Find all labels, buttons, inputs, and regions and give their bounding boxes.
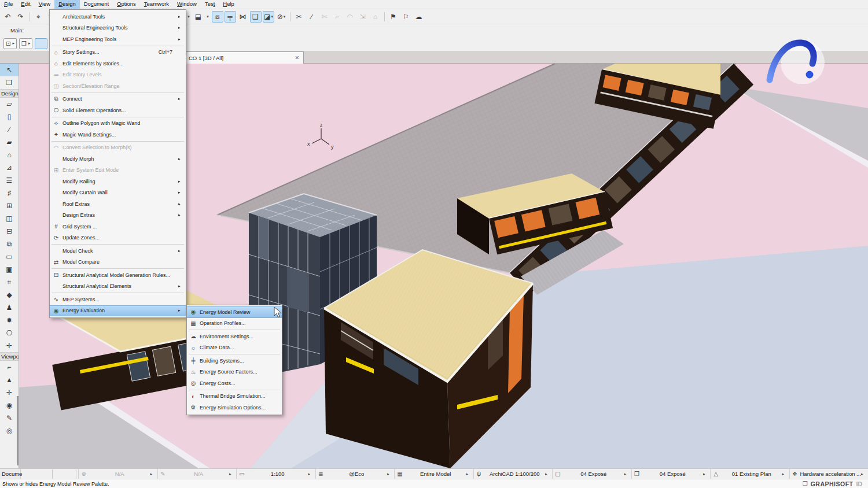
menu-item-structural-analytical-elements[interactable]: Structural Analytical Elements ▸ [50, 281, 186, 293]
opening-tool[interactable]: ▭ [0, 250, 19, 263]
door-tool[interactable]: ◫ [0, 212, 19, 225]
menu-item-solid-element-operations[interactable]: ⎔ Solid Element Operations... [50, 105, 186, 116]
submenu-item-operation-profiles[interactable]: ▦ Operation Profiles... [187, 318, 282, 330]
window-tool[interactable]: ⊟ [0, 225, 19, 238]
scale-combo[interactable]: ▭ 1:100 ▸ [236, 469, 315, 479]
marquee-tool[interactable]: ❒ [0, 76, 19, 89]
menu-design[interactable]: Design [54, 0, 80, 9]
wall-tool[interactable]: ▱ [0, 98, 19, 110]
graphisoft-id-badge[interactable]: ❐ GRAPHISOFT ID [803, 480, 868, 487]
dropdown-arrow-icon[interactable]: ▾ [205, 11, 211, 23]
menu-view[interactable]: View [35, 0, 54, 9]
menu-item-model-compare[interactable]: ⇄ Model Compare [50, 257, 186, 268]
submenu-item-thermal-bridge-simulation[interactable]: ◐ Thermal Bridge Simulation... [187, 391, 282, 402]
shell-tool[interactable]: ⊿ [0, 161, 19, 174]
menu-item-edit-story-levels[interactable]: ≔ Edit Story Levels [50, 69, 186, 81]
menu-item-section-elevation-range[interactable]: ◫ Section/Elevation Range [50, 80, 186, 92]
slab-tool[interactable]: ▰ [0, 136, 19, 149]
tool-dropdown-1[interactable]: ⊡▸ [3, 38, 17, 49]
dropdown-arrow-icon[interactable]: ▾ [186, 11, 192, 23]
stretch-icon[interactable]: ⌂ [370, 11, 381, 23]
menu-item-enter-system-edit-mode[interactable]: ⊞ Enter System Edit Mode [50, 165, 186, 176]
palette-scrollbar[interactable] [17, 396, 19, 465]
menu-item-structural-engineering-tools[interactable]: Structural Engineering Tools ▸ [50, 23, 186, 34]
menu-item-mep-systems[interactable]: ∿ MEP Systems... [50, 294, 186, 305]
menu-item-modify-curtain-wall[interactable]: Modify Curtain Wall ▸ [50, 187, 186, 199]
worksheet-tool[interactable]: ✎ [0, 412, 19, 424]
find-select-icon[interactable]: ⌖ [33, 11, 45, 23]
morph-tool[interactable]: ◆ [0, 289, 19, 301]
layer-combination-combo[interactable]: ≣ @Eco ▸ [315, 469, 395, 479]
menu-document[interactable]: Document [80, 0, 113, 9]
mesh-tool[interactable]: ⌗ [0, 276, 19, 289]
column-tool[interactable]: ▯ [0, 110, 19, 123]
menu-item-edit-elements-by-stories[interactable]: ⌂ Edit Elements by Stories... [50, 58, 186, 69]
menu-window[interactable]: Window [173, 0, 201, 9]
railing-tool[interactable]: ♯ [0, 187, 19, 199]
model-view-options-combo[interactable]: ▢ 04 Exposé ▸ [552, 469, 631, 479]
menu-item-modify-morph[interactable]: Modify Morph ▸ [50, 153, 186, 165]
menu-help[interactable]: Help [219, 0, 238, 9]
tool-dropdown-2[interactable]: ❒▸ [19, 38, 32, 49]
submenu-item-building-systems[interactable]: ╪ Building Systems... [187, 355, 282, 367]
filter-elements-icon[interactable]: ⊘▾ [275, 11, 287, 23]
3d-cutaway-icon[interactable]: ◪▾ [263, 11, 274, 23]
menu-test[interactable]: Test [201, 0, 219, 9]
zone-tool[interactable]: ▣ [0, 263, 19, 276]
graphic-override-combo[interactable]: ❐ 04 Exposé ▸ [631, 469, 711, 479]
submenu-item-environment-settings[interactable]: ☁ Environment Settings... [187, 331, 282, 342]
menu-item-mep-engineering-tools[interactable]: MEP Engineering Tools ▸ [50, 34, 186, 45]
marquee-display-icon[interactable]: ❑ [250, 11, 262, 23]
submenu-item-climate-data[interactable]: ☼ Climate Data... [187, 342, 282, 354]
menu-item-connect[interactable]: ⧉ Connect ▸ [50, 94, 186, 105]
menu-item-energy-evaluation[interactable]: ◉ Energy Evaluation ▸ [50, 305, 186, 317]
menu-teamwork[interactable]: Teamwork [140, 0, 173, 9]
trim-icon[interactable]: ✄ [319, 11, 330, 23]
menu-item-story-settings[interactable]: ⌂ Story Settings... Ctrl+7 [50, 47, 186, 58]
fillet-icon[interactable]: ◠ [344, 11, 356, 23]
menu-item-structural-analytical-model-generation-rules[interactable]: ⊟ Structural Analytical Model Generation… [50, 269, 186, 281]
submenu-item-energy-costs[interactable]: ◎ Energy Costs... [187, 378, 282, 389]
document-tab[interactable]: CO 1 [3D / All] ✕ [184, 51, 304, 64]
submenu-item-energy-model-review[interactable]: ◉ Energy Model Review [187, 306, 282, 318]
adjust-icon[interactable]: ∕ [306, 11, 318, 23]
arrow-tool[interactable]: ↖ [0, 64, 19, 76]
redo-icon[interactable]: ↷ [15, 11, 27, 23]
close-tab-icon[interactable]: ✕ [295, 55, 299, 61]
section-tool[interactable]: ⌐ [0, 361, 19, 374]
menu-item-magic-wand-settings[interactable]: ✦ Magic Wand Settings... [50, 129, 186, 141]
renovation-filter-combo[interactable]: △ 01 Existing Plan ▸ [710, 469, 789, 479]
menu-item-outline-polygon-with-magic-wand[interactable]: ✧ Outline Polygon with Magic Wand [50, 118, 186, 130]
menu-item-update-zones[interactable]: ⟳ Update Zones... [50, 232, 186, 244]
markup-entries-icon[interactable]: ⚐ [400, 11, 412, 23]
markup-cloud-icon[interactable]: ☁ [413, 11, 425, 23]
skylight-tool[interactable]: ⧉ [0, 238, 19, 250]
pen-set-combo[interactable]: ψ ArchiCAD 1:100/200 ▸ [473, 469, 553, 479]
menu-item-grid-system[interactable]: # Grid System ... [50, 221, 186, 232]
stair-tool[interactable]: ☰ [0, 174, 19, 187]
curtain-wall-tool[interactable]: ⊞ [0, 199, 19, 212]
menu-file[interactable]: File [0, 0, 17, 9]
lamp-tool[interactable]: ✹ [0, 314, 19, 327]
lock-icon[interactable]: ⬓ [193, 11, 204, 23]
zoom-combo[interactable]: ⊚ N/A ▸ [78, 469, 157, 479]
menu-item-architectural-tools[interactable]: Architectural Tools ▸ [50, 11, 186, 23]
display-options-combo[interactable]: ❖ Hardware acceleration ... ▸ [789, 469, 868, 479]
autointersection-icon[interactable]: ⋈ [237, 11, 249, 23]
partial-structure-display-combo[interactable]: ▦ Entire Model ▸ [394, 469, 473, 479]
split-icon[interactable]: ✂ [293, 11, 305, 23]
dimension-guides-icon[interactable]: ╤ [225, 11, 236, 23]
object-tool[interactable]: ♟ [0, 301, 19, 314]
menu-item-modify-railing[interactable]: Modify Railing ▸ [50, 176, 186, 187]
docked-palette-label[interactable]: Docume [0, 469, 21, 479]
elevation-tool[interactable]: ▲ [0, 374, 19, 386]
orientation-combo[interactable]: ✎ N/A ▸ [157, 469, 237, 479]
equipment-tool[interactable]: ⎔ [0, 327, 19, 339]
menu-edit[interactable]: Edit [17, 0, 34, 9]
interior-elevation-tool[interactable]: ✛ [0, 386, 19, 399]
grid-element-tool[interactable]: ✛ [0, 339, 19, 352]
roof-tool[interactable]: ⌂ [0, 149, 19, 161]
menu-item-model-check[interactable]: Model Check ▸ [50, 245, 186, 257]
submenu-item-energy-source-factors[interactable]: ♨ Energy Source Factors... [187, 367, 282, 378]
submenu-item-energy-simulation-options[interactable]: ⚙ Energy Simulation Options... [187, 402, 282, 413]
